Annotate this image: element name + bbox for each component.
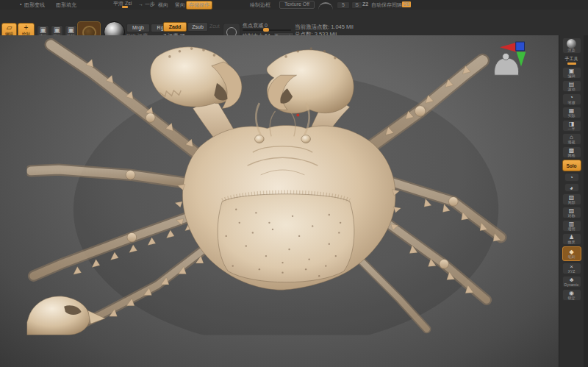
mode-toggle[interactable]: S [351,1,362,9]
crab-bottom-claw [27,296,106,335]
edit-panel-button[interactable]: ▣编辑 [562,67,581,79]
dynamic-subdiv-button[interactable]: ♣Dynamic [562,276,581,288]
shelf-item-label: 实际 [568,114,576,118]
perspective-button[interactable]: ⌂透视 [562,133,581,145]
scroll-button[interactable]: ▤滚动 [562,80,581,92]
draw-mode-icon: + [18,24,34,32]
shelf-item-label: 锁定 [568,296,576,300]
actual-size-button[interactable]: ▦实际 [562,107,581,118]
crab-abdomen-plate [218,192,354,282]
zcut-button: Zcut [209,24,220,29]
shelf-item-label: XYZ [568,270,576,274]
solo-button[interactable]: Solo [562,160,581,171]
shelf-item-label: 渲染 [568,49,576,52]
transparency-button[interactable]: ▥透明 [562,220,581,232]
shelf-item-label: 对称 [568,214,576,218]
rotate-cw-button[interactable]: ◕ [564,183,579,192]
gizmo-y-axis-icon[interactable] [517,52,526,67]
local-transform-button[interactable]: ▧局部 [562,193,581,205]
cursor-dot [296,113,299,116]
xpose-button[interactable]: ×XYZ [562,263,581,274]
shelf-item-label: 局部 [568,201,576,204]
top-shelf: ▱ 编辑 + 绘制 ▣ 移动 ▣ 缩放 ▣ 旋转 Mrgb Rgb M Rgb … [0,10,588,36]
menu-dot-icon: • [20,1,21,7]
bpr-render-button[interactable]: 渲染 [562,38,581,54]
z2-icon[interactable]: Z2 [362,1,368,7]
gizmo-x-axis-icon[interactable] [500,43,516,52]
shelf-item-label: 编辑 [568,74,576,78]
crab-right-claw [267,47,354,113]
active-points-text: 当前激活点数: 1.045 Mil [295,24,354,31]
shelf-item-label: 笔刷 [568,255,576,259]
subtool-slider-bar[interactable] [567,63,576,65]
zadd-button[interactable]: Zadd [163,22,187,32]
autosave-value-badge[interactable]: 28 [402,1,411,7]
segment-label[interactable]: 绘制边框 [250,2,270,8]
vertical-button[interactable]: 竖向 [175,2,185,8]
shelf-item-label: 透明 [568,227,576,231]
shelf-item-label: 网格 [568,154,576,157]
top-menu-row: • 图形变线 图形填充 平滑 Zsl → 一步 横向 竖向 存储操作 绘制边框 … [0,0,588,10]
active-brush-button[interactable]: ◆笔刷 [562,246,581,261]
step-button[interactable]: → 一步 [138,1,155,7]
viewport-svg [0,35,559,367]
zoom3d-button[interactable]: ◔缩放 [562,93,581,105]
mrgb-button[interactable]: Mrgb [126,24,150,32]
curve-widget-icon[interactable] [318,2,333,10]
subtool-slider[interactable]: 子工具 [563,55,581,65]
rotate-mode-icon: ▣ [65,26,76,34]
zbrush-window: • 图形变线 图形填充 平滑 Zsl → 一步 横向 竖向 存储操作 绘制边框 … [0,0,588,367]
right-edge-strip [584,35,588,367]
shelf-item-label: 透视 [568,140,576,144]
zsub-button[interactable]: Zsub [187,22,208,32]
horizontal-button[interactable]: 横向 [158,2,168,8]
subtool-label: 子工具 [565,57,578,62]
shelf-item-label: Dynamic [564,283,578,287]
radius-stepper[interactable]: 5 [337,1,350,9]
floor-grid-button[interactable]: ▩网格 [562,146,581,158]
scale-mode-icon: ▣ [51,26,62,34]
symmetry-button[interactable]: ▨对称 [562,207,581,218]
gizmo-z-axis-icon[interactable] [516,42,525,51]
ghost-button[interactable]: ♟幽灵 [562,233,581,245]
focal-shift-handle[interactable] [263,28,269,32]
rotate-ccw-button[interactable]: ◔ [564,173,579,182]
store-button[interactable]: 存储操作 [186,1,212,10]
rotate-cw-icon: ◕ [570,185,573,191]
right-shelf: 渲染子工具▣编辑▤滚动◔缩放▦实际◨一半⌂透视▩网格Solo◔◕▧局部▨对称▥透… [559,35,584,367]
lock-button[interactable]: ◉锁定 [562,289,581,301]
autosave-label: 自动保存间隔 [371,2,402,8]
canvas-viewport[interactable] [0,35,559,367]
edit-mode-icon: ▱ [2,24,16,32]
smooth-slider-handle[interactable] [122,6,128,8]
shelf-item-label: 缩放 [568,101,576,104]
menu-item-a[interactable]: 图形变线 [24,2,45,8]
texture-off-button[interactable]: Texture Off [279,1,315,9]
shelf-item-label: 幽灵 [568,240,576,244]
rotate-ccw-icon: ◔ [570,174,573,181]
shelf-item-label: 滚动 [568,88,576,91]
tool-preview-thumbnail[interactable] [495,53,519,75]
shelf-item-label: 一半 [568,127,576,131]
half-size-button[interactable]: ◨一半 [562,120,581,132]
menu-item-b[interactable]: 图形填充 [56,2,76,8]
move-mode-icon: ▣ [37,26,49,34]
